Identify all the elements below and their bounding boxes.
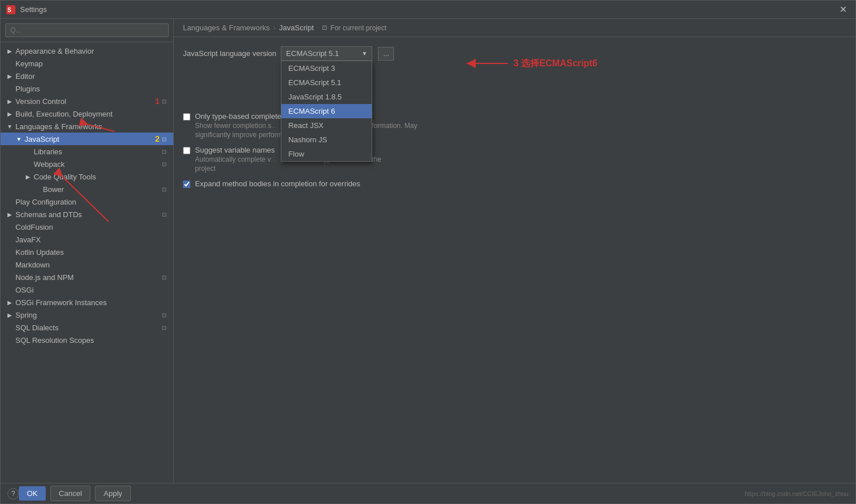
dropdown-option-js185[interactable]: JavaScript 1.8.5 bbox=[281, 90, 372, 104]
expand-icon: ▶ bbox=[23, 172, 33, 181]
app-icon: S bbox=[6, 5, 15, 14]
svg-text:S: S bbox=[7, 7, 11, 13]
dropdown-option-flow[interactable]: Flow bbox=[281, 147, 372, 161]
dropdown-option-ecma6[interactable]: ECMAScript 6 bbox=[281, 104, 372, 118]
spacer bbox=[5, 260, 14, 269]
spacer bbox=[5, 197, 14, 206]
page-icon: ⊡ bbox=[160, 185, 169, 194]
expand-icon: ▶ bbox=[5, 310, 14, 319]
checkbox-expand-method: Expand method bodies in completion for o… bbox=[183, 179, 846, 188]
page-icon: ⊡ bbox=[160, 147, 169, 156]
spacer bbox=[5, 235, 14, 244]
sidebar-item-build[interactable]: ▶ Build, Execution, Deployment bbox=[1, 107, 173, 120]
annotation-3-container: 3 选择ECMAScript6 bbox=[463, 57, 598, 70]
spacer bbox=[5, 84, 14, 93]
sidebar-item-markdown[interactable]: Markdown bbox=[1, 258, 173, 271]
sidebar-item-libraries[interactable]: Libraries ⊡ bbox=[1, 145, 173, 158]
checkbox-suggest-vars-desc2: project bbox=[195, 165, 381, 173]
breadcrumb-part1: Languages & Frameworks bbox=[183, 23, 270, 32]
search-container bbox=[1, 19, 173, 42]
dropdown-container: ECMAScript 5.1 ▼ ECMAScript 3 ECMAScript… bbox=[281, 46, 372, 61]
page-icon: ⊡ bbox=[160, 134, 169, 143]
main-content: JavaScript language version ECMAScript 5… bbox=[174, 37, 855, 483]
spacer bbox=[5, 273, 14, 282]
sidebar-item-javafx[interactable]: JavaFX bbox=[1, 233, 173, 246]
checkbox-expand-method-input[interactable] bbox=[183, 181, 190, 188]
chevron-down-icon: ▼ bbox=[361, 50, 367, 57]
breadcrumb-part2: JavaScript bbox=[279, 23, 314, 32]
close-button[interactable]: ✕ bbox=[836, 3, 850, 17]
breadcrumb: Languages & Frameworks › JavaScript ⊡ Fo… bbox=[174, 19, 855, 37]
spacer bbox=[23, 147, 33, 156]
sidebar-item-osgi-framework[interactable]: ▶ OSGi Framework Instances bbox=[1, 296, 173, 309]
breadcrumb-project-icon: ⊡ bbox=[322, 24, 327, 31]
spacer bbox=[5, 222, 14, 231]
dropdown-value: ECMAScript 5.1 bbox=[286, 49, 339, 58]
expand-icon: ▶ bbox=[5, 298, 14, 307]
sidebar-item-appearance[interactable]: ▶ Appearance & Behavior bbox=[1, 45, 173, 57]
sidebar-item-play[interactable]: Play Configuration bbox=[1, 195, 173, 208]
spacer bbox=[5, 335, 14, 345]
spacer bbox=[23, 159, 33, 169]
expand-icon: ▶ bbox=[5, 46, 14, 55]
sidebar-item-sql-dialects[interactable]: SQL Dialects ⊡ bbox=[1, 321, 173, 334]
sidebar-item-javascript[interactable]: ▼ JavaScript 2 ⊡ bbox=[1, 133, 173, 145]
page-icon: ⊡ bbox=[160, 310, 169, 319]
dropdown-option-ecma3[interactable]: ECMAScript 3 bbox=[281, 61, 372, 75]
arrow-icon bbox=[463, 57, 509, 70]
cancel-button[interactable]: Cancel bbox=[50, 486, 90, 501]
language-version-row: JavaScript language version ECMAScript 5… bbox=[183, 46, 846, 61]
language-version-label: JavaScript language version bbox=[183, 49, 276, 58]
sidebar-item-coldfusion[interactable]: ColdFusion bbox=[1, 221, 173, 233]
page-icon: ⊡ bbox=[160, 97, 169, 106]
sidebar-item-bower[interactable]: Bower ⊡ bbox=[1, 183, 173, 195]
spacer bbox=[5, 323, 14, 332]
sidebar-item-nodejs[interactable]: Node.js and NPM ⊡ bbox=[1, 271, 173, 283]
spacer bbox=[5, 247, 14, 257]
title-bar: S Settings ✕ bbox=[1, 1, 855, 19]
sidebar-item-keymap[interactable]: Keymap bbox=[1, 57, 173, 70]
expand-icon: ▶ bbox=[5, 109, 14, 118]
sidebar-item-code-quality[interactable]: ▶ Code Quality Tools bbox=[1, 170, 173, 183]
ok-button[interactable]: OK bbox=[19, 486, 46, 501]
expand-icon: ▶ bbox=[5, 71, 14, 81]
expand-icon: ▼ bbox=[5, 122, 14, 131]
breadcrumb-sep: › bbox=[273, 23, 276, 32]
window-title: Settings bbox=[20, 5, 836, 14]
checkbox-suggest-vars-input[interactable] bbox=[183, 147, 190, 154]
breadcrumb-project-label: For current project bbox=[331, 24, 387, 32]
sidebar-item-editor[interactable]: ▶ Editor bbox=[1, 70, 173, 82]
page-icon: ⊡ bbox=[160, 323, 169, 332]
extra-options-button[interactable]: ... bbox=[378, 47, 394, 61]
sidebar-item-spring[interactable]: ▶ Spring ⊡ bbox=[1, 309, 173, 321]
dropdown-option-nashorn[interactable]: Nashorn JS bbox=[281, 133, 372, 147]
sidebar-item-plugins[interactable]: Plugins bbox=[1, 82, 173, 95]
sidebar-item-kotlin[interactable]: Kotlin Updates bbox=[1, 246, 173, 258]
main-panel: Languages & Frameworks › JavaScript ⊡ Fo… bbox=[174, 19, 855, 483]
search-input[interactable] bbox=[5, 23, 169, 37]
annotation-2: 2 bbox=[155, 134, 160, 143]
sidebar-item-osgi[interactable]: OSGi bbox=[1, 283, 173, 296]
dropdown-menu: ECMAScript 3 ECMAScript 5.1 JavaScript 1… bbox=[281, 61, 372, 162]
page-icon: ⊡ bbox=[160, 273, 169, 282]
language-version-dropdown[interactable]: ECMAScript 5.1 ▼ bbox=[281, 46, 372, 61]
checkbox-type-based-input[interactable] bbox=[183, 113, 190, 121]
expand-icon: ▶ bbox=[5, 210, 14, 219]
dropdown-option-react[interactable]: React JSX bbox=[281, 118, 372, 133]
expand-icon: ▼ bbox=[14, 134, 23, 143]
spacer bbox=[5, 285, 14, 294]
sidebar-item-schemas[interactable]: ▶ Schemas and DTDs ⊡ bbox=[1, 208, 173, 221]
help-button[interactable]: ? bbox=[7, 488, 19, 499]
sidebar-item-version-control[interactable]: ▶ Version Control 1 ⊡ bbox=[1, 95, 173, 107]
dialog-buttons: OK Cancel Apply bbox=[19, 486, 131, 501]
sidebar-item-webpack[interactable]: Webpack ⊡ bbox=[1, 158, 173, 170]
spacer bbox=[5, 59, 14, 68]
dropdown-option-ecma51[interactable]: ECMAScript 5.1 bbox=[281, 75, 372, 90]
sidebar-item-sql-resolution[interactable]: SQL Resolution Scopes bbox=[1, 334, 173, 346]
page-icon: ⊡ bbox=[160, 159, 169, 169]
sidebar-item-languages[interactable]: ▼ Languages & Frameworks bbox=[1, 120, 173, 133]
apply-button[interactable]: Apply bbox=[95, 486, 131, 501]
page-icon: ⊡ bbox=[160, 210, 169, 219]
settings-sidebar: ▶ Appearance & Behavior Keymap ▶ Editor bbox=[1, 19, 174, 483]
annotation-3-text: 3 选择ECMAScript6 bbox=[513, 58, 598, 70]
